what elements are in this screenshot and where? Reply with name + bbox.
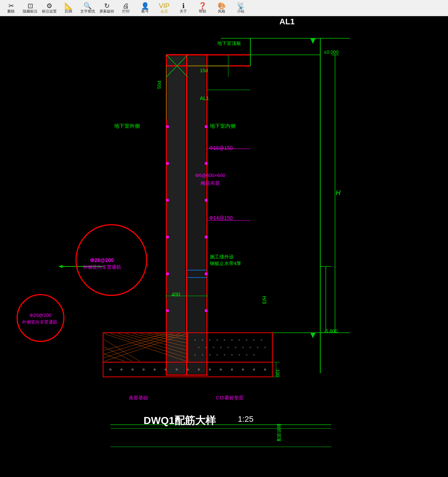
annotation-settings-icon: ⚙ <box>46 3 52 9</box>
toolbar-vip[interactable]: VIP 会员 <box>155 0 174 16</box>
svg-point-71 <box>194 354 196 356</box>
annotation-settings-label: 标注设置 <box>42 10 57 13</box>
hide-annotation-label: 隐藏标注 <box>23 10 38 13</box>
underground-inside-label: 地下室内侧 <box>210 123 236 130</box>
svg-rect-8 <box>188 56 206 374</box>
svg-point-51 <box>194 339 196 341</box>
svg-point-54 <box>216 339 218 341</box>
svg-point-72 <box>202 354 203 356</box>
svg-point-107 <box>205 125 208 128</box>
svg-point-79 <box>253 354 255 356</box>
toolbar-screen-rotate[interactable]: ↻ 屏幕旋转 <box>97 0 116 16</box>
svg-point-105 <box>166 272 169 275</box>
at-label: AL1 <box>279 17 295 26</box>
annotation-note-label: 配筋说明 <box>276 424 282 441</box>
svg-point-77 <box>239 354 240 356</box>
about-icon: ℹ <box>182 3 185 9</box>
svg-point-70 <box>264 347 266 348</box>
svg-point-88 <box>187 368 189 371</box>
toolbar-print[interactable]: 🖨 打印 <box>116 0 135 16</box>
cad-canvas[interactable]: AL1 地下室顶板 ±0.000 15d 50d AL1 地下室外侧 地下室内侧… <box>0 16 448 477</box>
vip-icon: VIP <box>159 3 169 9</box>
text-search-icon: 🔍 <box>84 3 92 9</box>
svg-point-61 <box>198 347 200 348</box>
svg-point-56 <box>231 339 233 341</box>
svg-point-74 <box>216 354 218 356</box>
toolbar-delete[interactable]: ✂ 删除 <box>1 0 21 16</box>
svg-marker-4 <box>310 333 315 338</box>
toolbar-style[interactable]: 🎨 风格 <box>212 0 231 16</box>
svg-point-73 <box>209 354 211 356</box>
svg-point-65 <box>227 347 229 348</box>
text-search-label: 文字查找 <box>80 10 95 13</box>
svg-point-108 <box>205 162 208 165</box>
toolbar-scale[interactable]: 📐 比例 <box>59 0 78 16</box>
strip-foundation-label: 条形基础 <box>129 395 148 401</box>
svg-point-82 <box>120 368 123 371</box>
toolbar-text-search[interactable]: 🔍 文字查找 <box>78 0 97 16</box>
toolbar-about[interactable]: ℹ 关于 <box>174 0 193 16</box>
station-label: 小站 <box>237 10 244 13</box>
basement-ceiling-label: 地下室顶板 <box>217 40 241 47</box>
rebar-plum-label: 梅花布置 <box>201 180 220 187</box>
svg-point-85 <box>154 368 156 371</box>
svg-point-90 <box>209 368 211 371</box>
svg-point-68 <box>250 347 251 348</box>
svg-point-62 <box>205 347 207 348</box>
style-icon: 🎨 <box>218 3 226 9</box>
dim-15d-label: 15d <box>200 68 208 73</box>
svg-point-89 <box>198 368 200 371</box>
toolbar-hide-annotation[interactable]: ⊡ 隐藏标注 <box>21 0 40 16</box>
dim-400-label: 400 <box>172 292 180 297</box>
toolbar-annotation-settings[interactable]: ⚙ 标注设置 <box>40 0 59 16</box>
account-label: 账号 <box>141 10 149 13</box>
svg-point-110 <box>205 236 208 239</box>
svg-point-59 <box>253 339 255 341</box>
svg-point-95 <box>264 368 266 371</box>
svg-point-55 <box>224 339 225 341</box>
delete-label: 删除 <box>7 10 15 13</box>
svg-marker-100 <box>58 265 63 268</box>
account-icon: 👤 <box>141 3 149 9</box>
svg-rect-7 <box>167 56 186 374</box>
svg-point-109 <box>205 199 208 202</box>
toolbar: ✂ 删除 ⊡ 隐藏标注 ⚙ 标注设置 📐 比例 🔍 文字查找 ↻ 屏幕旋转 🖨 … <box>0 0 448 16</box>
svg-point-92 <box>231 368 233 371</box>
svg-point-64 <box>220 347 222 348</box>
hide-annotation-icon: ⊡ <box>28 3 33 9</box>
scale-label: 比例 <box>65 10 72 13</box>
drawing-scale: 1:25 <box>238 414 254 424</box>
toolbar-account[interactable]: 👤 账号 <box>135 0 155 16</box>
toolbar-station[interactable]: 📡 小站 <box>231 0 250 16</box>
svg-point-53 <box>209 339 211 341</box>
svg-point-60 <box>261 339 262 341</box>
style-label: 风格 <box>218 10 225 13</box>
svg-point-86 <box>165 368 167 371</box>
print-label: 打印 <box>122 10 130 13</box>
svg-point-75 <box>224 354 225 356</box>
svg-point-112 <box>205 309 208 312</box>
svg-point-94 <box>253 368 255 371</box>
large-callout-circle <box>75 224 147 296</box>
dim-H-label: H <box>336 189 341 197</box>
screen-rotate-label: 屏幕旋转 <box>99 10 114 13</box>
toolbar-help[interactable]: ❓ 帮助 <box>193 0 212 16</box>
svg-point-83 <box>131 368 134 371</box>
cushion-label: C15素砼垫层 <box>216 395 244 401</box>
dim-100-label: 100 <box>275 369 280 377</box>
dim-H3-label: H/3 <box>261 296 267 304</box>
rebar-phi6-label: Φ6@600×600 <box>195 173 225 178</box>
al1-label: AL1 <box>200 95 209 101</box>
underground-outside-label: 地下室外侧 <box>114 123 140 130</box>
print-icon: 🖨 <box>123 3 129 9</box>
svg-point-69 <box>257 347 258 348</box>
svg-point-93 <box>242 368 244 371</box>
construction-note2-label: 钢板止水带4厚 <box>210 260 241 267</box>
help-icon: ❓ <box>198 3 207 9</box>
svg-point-106 <box>166 309 169 312</box>
svg-point-57 <box>239 339 240 341</box>
scale-icon: 📐 <box>64 3 73 9</box>
small-callout-circle <box>17 294 64 342</box>
svg-point-58 <box>246 339 247 341</box>
svg-point-67 <box>242 347 244 348</box>
